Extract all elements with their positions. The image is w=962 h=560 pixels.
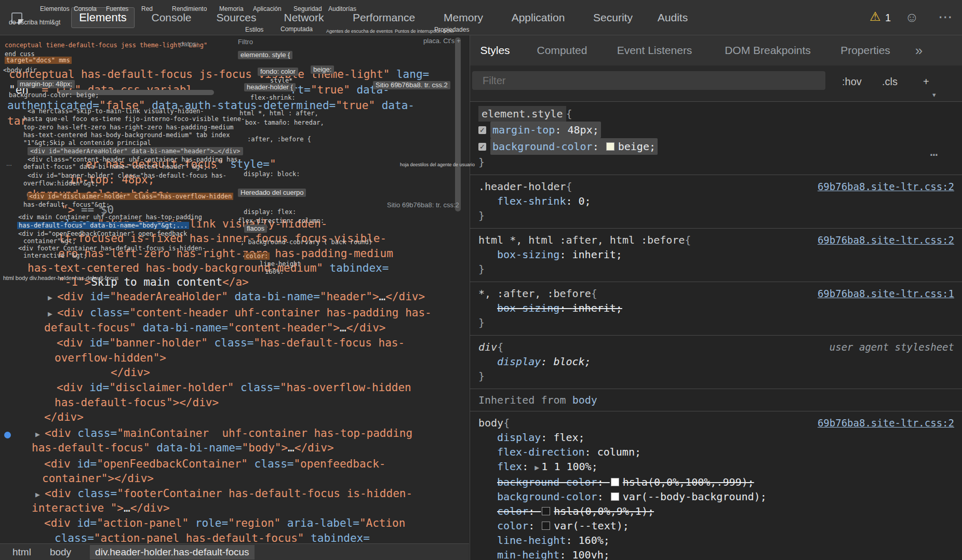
declaration-line-height[interactable]: line-height: 160%; xyxy=(478,533,954,548)
rule-more-actions-icon[interactable]: ⋯ xyxy=(930,148,939,162)
rule-selector[interactable]: *, :after, :before xyxy=(478,286,591,301)
tab-network[interactable]: Network xyxy=(284,11,324,24)
property-name[interactable]: margin-top xyxy=(492,124,555,136)
cls-toggle-button[interactable]: .cls xyxy=(882,76,898,88)
tab-properties[interactable]: Properties xyxy=(840,44,890,57)
property-name[interactable]: flex-shrink xyxy=(497,195,566,207)
property-value[interactable]: beige; xyxy=(618,140,656,153)
tab-security[interactable]: Security xyxy=(593,11,633,24)
open-brace: { xyxy=(566,106,572,121)
feedback-smiley-icon[interactable]: ☺ xyxy=(905,9,919,25)
tab-sources[interactable]: Sources xyxy=(216,11,256,24)
declaration-checkbox[interactable]: ✓ xyxy=(478,143,486,151)
declaration-background-color-var[interactable]: background-color: var(--body-background)… xyxy=(478,489,954,504)
elements-scrollbar[interactable] xyxy=(455,37,461,211)
warning-count: 1 xyxy=(885,12,891,24)
tab-styles[interactable]: Styles xyxy=(480,44,510,57)
declaration-background-color[interactable]: ✓ background-color: beige; xyxy=(478,138,954,155)
expand-value-icon[interactable]: ▶ xyxy=(535,463,539,472)
rule-selector[interactable]: .header-holder xyxy=(478,179,566,194)
property-value[interactable]: inherit; xyxy=(572,302,622,314)
close-brace: } xyxy=(478,155,954,169)
styles-rule-list: element.style { ✓ margin-top: 48px; ✓ ba… xyxy=(470,102,962,560)
declaration-color-overridden[interactable]: color: hsla(0,0%,9%,1); xyxy=(478,504,954,518)
color-swatch-white[interactable] xyxy=(611,478,619,486)
declaration-min-height[interactable]: min-height: 100vh; xyxy=(478,548,954,560)
devtools-window: Elements Console Sources Network Perform… xyxy=(0,0,962,560)
declaration-box-sizing-overridden[interactable]: box-sizing: inherit; xyxy=(478,301,954,315)
hov-toggle-button[interactable]: :hov xyxy=(842,76,862,88)
colon: : xyxy=(555,124,567,136)
tab-dom-breakpoints[interactable]: DOM Breakpoints xyxy=(725,44,811,57)
inherited-from-header: Inherited from body xyxy=(470,389,962,411)
elements-panel xyxy=(0,35,469,543)
breadcrumb: html body div.header-holder.has-default-… xyxy=(0,543,469,560)
new-style-rule-button[interactable]: + xyxy=(923,76,929,88)
property-name[interactable]: background-color xyxy=(492,140,593,153)
element-style-selector[interactable]: element.style xyxy=(478,106,566,122)
tab-elements[interactable]: Elements xyxy=(71,7,135,28)
user-agent-stylesheet-label: user agent stylesheet xyxy=(830,340,954,354)
declaration-flex-shrink[interactable]: flex-shrink: 0; xyxy=(478,194,954,208)
warning-icon[interactable]: ⚠ xyxy=(870,9,881,24)
color-swatch-dark[interactable] xyxy=(542,522,550,530)
tab-computed[interactable]: Computed xyxy=(537,44,587,57)
colon: : xyxy=(559,248,572,261)
property-name[interactable]: box-sizing xyxy=(497,248,559,261)
declaration-display-block[interactable]: display: block; xyxy=(478,354,954,369)
tab-memory[interactable]: Memory xyxy=(444,11,483,24)
rule-selector[interactable]: html *, html :after, html :before xyxy=(478,233,685,247)
inherited-from-body-link[interactable]: body xyxy=(572,394,597,406)
rule-star-after-before: *, :after, :before { 69b76ba8.site-ltr.c… xyxy=(470,282,962,335)
declaration-display-flex[interactable]: display: flex; xyxy=(478,430,954,445)
property-value[interactable]: block; xyxy=(553,355,591,368)
property-value[interactable]: 48px; xyxy=(568,124,599,136)
rule-header-holder: .header-holder { 69b76ba8.site-ltr.css:2… xyxy=(470,175,962,228)
colon: : xyxy=(541,355,553,368)
tab-console[interactable]: Console xyxy=(151,11,191,24)
open-brace: { xyxy=(503,416,510,430)
rule-selector[interactable]: body xyxy=(478,416,503,430)
rule-html-star: html *, html :after, html :before { 69b7… xyxy=(470,228,962,282)
color-swatch-white[interactable] xyxy=(611,492,619,501)
tab-application[interactable]: Application xyxy=(512,11,565,24)
rule-selector[interactable]: div xyxy=(478,340,497,354)
declaration-flex[interactable]: flex: ▶1 1 100%; xyxy=(478,459,954,475)
devtools-menu-icon[interactable]: ⋯ xyxy=(938,8,954,25)
color-swatch-beige[interactable] xyxy=(606,142,614,151)
styles-filter-input[interactable] xyxy=(472,71,825,90)
inherited-from-label: Inherited from xyxy=(478,394,572,406)
stylesheet-link[interactable]: 69b76ba8.site-ltr.css:2 xyxy=(818,416,954,430)
rule-element-style: element.style { ✓ margin-top: 48px; ✓ ba… xyxy=(470,102,962,175)
property-value[interactable]: 0; xyxy=(579,195,591,207)
declaration-checkbox[interactable]: ✓ xyxy=(478,126,486,134)
declaration-background-color-overridden[interactable]: background-color: hsla(0,0%,100%,.999); xyxy=(478,475,954,489)
stylesheet-link[interactable]: 69b76ba8.site-ltr.css:1 xyxy=(818,286,954,301)
close-brace: } xyxy=(478,369,954,383)
tab-audits[interactable]: Audits xyxy=(658,11,688,24)
stylesheet-link[interactable]: 69b76ba8.site-ltr.css:2 xyxy=(818,233,954,247)
close-brace: } xyxy=(478,315,954,330)
property-value[interactable]: inherit; xyxy=(572,248,622,261)
property-name[interactable]: box-sizing xyxy=(497,302,559,314)
property-name[interactable]: display xyxy=(497,355,541,368)
inspect-element-icon[interactable] xyxy=(11,12,22,23)
breadcrumb-selected-node[interactable]: div.header-holder.has-default-focus xyxy=(90,545,254,559)
breadcrumb-html[interactable]: html xyxy=(12,546,31,558)
styles-tabbar: Styles Computed Event Listeners DOM Brea… xyxy=(470,35,962,65)
tab-event-listeners[interactable]: Event Listeners xyxy=(617,44,692,57)
colon: : xyxy=(559,302,572,314)
tab-performance[interactable]: Performance xyxy=(353,11,415,24)
declaration-margin-top[interactable]: ✓ margin-top: 48px; xyxy=(478,122,954,138)
declaration-flex-direction[interactable]: flex-direction: column; xyxy=(478,445,954,459)
color-swatch-dark[interactable] xyxy=(542,507,550,515)
declaration-color-var[interactable]: color: var(--text); xyxy=(478,518,954,533)
stylesheet-link[interactable]: 69b76ba8.site-ltr.css:2 xyxy=(818,179,954,194)
declaration-box-sizing[interactable]: box-sizing: inherit; xyxy=(478,247,954,262)
open-brace: { xyxy=(685,233,691,247)
styles-panel: Styles Computed Event Listeners DOM Brea… xyxy=(470,35,962,560)
open-brace: { xyxy=(566,179,572,194)
breadcrumb-body[interactable]: body xyxy=(50,546,71,558)
open-brace: { xyxy=(497,340,503,354)
tab-overflow-chevron-icon[interactable]: » xyxy=(915,43,923,59)
